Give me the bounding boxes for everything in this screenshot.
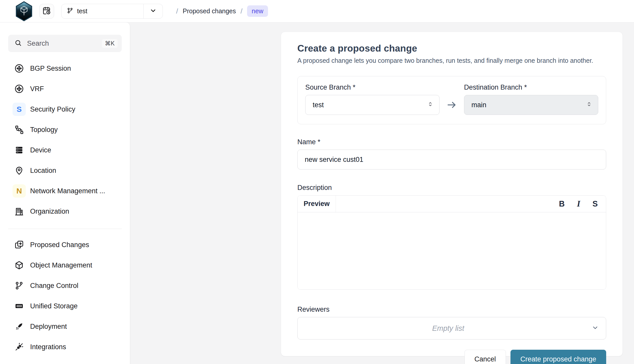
sidebar-item-object-management[interactable]: Object Management [0, 255, 130, 275]
map-pin-icon [12, 164, 26, 177]
calendar-clock-button[interactable] [39, 4, 54, 19]
sidebar-item-integrations[interactable]: Integrations [0, 337, 130, 357]
create-proposed-change-card: Create a proposed change A proposed chan… [281, 32, 623, 356]
sidebar: Search ⌘K BGP SessionVRFSSecurity Policy… [0, 22, 130, 364]
markdown-toolbar: BIS [336, 196, 606, 212]
sidebar-item-location[interactable]: Location [0, 160, 130, 181]
sidebar-item-label: Unified Storage [30, 302, 78, 310]
reviewers-select[interactable]: Empty list [297, 317, 606, 339]
destination-branch-select[interactable]: main [464, 95, 598, 115]
sidebar-group-app: Proposed ChangesObject ManagementChange … [0, 235, 130, 357]
search-input[interactable]: Search ⌘K [8, 35, 122, 52]
breadcrumb-separator: / [236, 7, 247, 15]
cube-icon [12, 258, 26, 272]
letter-badge-icon: N [12, 184, 26, 198]
form-actions: Cancel Create proposed change [297, 350, 606, 364]
chevron-down-icon [150, 7, 157, 15]
description-editor: Preview BIS [297, 195, 606, 290]
cancel-button[interactable]: Cancel [465, 350, 506, 364]
sidebar-item-label: BGP Session [30, 65, 71, 72]
search-icon [14, 39, 22, 48]
sidebar-group-objects: BGP SessionVRFSSecurity PolicyTopologyDe… [0, 58, 130, 222]
sidebar-item-topology[interactable]: Topology [0, 119, 130, 140]
sidebar-item-label: Deployment [30, 323, 67, 331]
sidebar-item-label: Device [30, 146, 51, 154]
breadcrumb: / Proposed changes / new [172, 5, 268, 17]
sidebar-item-change-control[interactable]: Change Control [0, 275, 130, 296]
calendar-clock-icon [42, 6, 51, 16]
sidebar-item-device[interactable]: Device [0, 140, 130, 160]
search-shortcut: ⌘K [102, 39, 118, 48]
strikethrough-icon[interactable]: S [591, 199, 599, 209]
source-branch-select[interactable]: test [305, 95, 440, 115]
page-subtitle: A proposed change lets you compare two b… [297, 57, 606, 64]
chevron-updown-icon [427, 101, 434, 109]
sidebar-item-label: VRF [30, 85, 44, 93]
sidebar-item-label: Topology [30, 126, 58, 134]
arrow-right-icon [440, 83, 464, 115]
sidebar-item-unified-storage[interactable]: Unified Storage [0, 296, 130, 316]
sidebar-item-label: Change Control [30, 282, 78, 290]
description-editor-header: Preview BIS [298, 196, 606, 212]
sidebar-item-label: Object Management [30, 261, 92, 269]
sidebar-item-label: Location [30, 167, 56, 175]
sidebar-item-deployment[interactable]: Deployment [0, 316, 130, 337]
breadcrumb-current-badge: new [247, 5, 268, 17]
sidebar-item-proposed-changes[interactable]: Proposed Changes [0, 235, 130, 255]
route-icon [12, 82, 26, 96]
topology-icon [12, 123, 26, 137]
sidebar-item-network-management[interactable]: NNetwork Management ... [0, 181, 130, 201]
reviewers-label: Reviewers [297, 306, 330, 313]
breadcrumb-separator: / [172, 7, 183, 15]
sidebar-item-label: Integrations [30, 343, 66, 351]
search-placeholder: Search [27, 40, 102, 47]
route-icon [12, 62, 26, 75]
topbar: test / Proposed changes / new [0, 0, 634, 22]
branch-selector-caret[interactable] [144, 7, 163, 15]
page-title: Create a proposed change [297, 43, 606, 54]
rocket-icon [12, 320, 26, 333]
letter-badge-icon: S [12, 102, 26, 116]
branch-selector[interactable]: test [61, 4, 163, 19]
name-input[interactable] [297, 150, 606, 169]
branch-selector-value: test [77, 7, 87, 15]
tab-preview[interactable]: Preview [298, 196, 336, 212]
sidebar-item-label: Proposed Changes [30, 241, 89, 249]
building-icon [12, 204, 26, 218]
create-proposed-change-button[interactable]: Create proposed change [510, 350, 606, 364]
sidebar-item-security-policy[interactable]: SSecurity Policy [0, 99, 130, 119]
branch-compare-box: Source Branch * test Destination Branch … [297, 76, 606, 124]
git-branch-icon [67, 7, 74, 15]
chevron-down-icon [592, 324, 599, 332]
sidebar-item-label: Organization [30, 208, 69, 215]
italic-icon[interactable]: I [576, 199, 581, 209]
description-textarea[interactable] [298, 212, 606, 289]
storage-icon [12, 299, 26, 313]
description-label: Description [297, 184, 332, 191]
server-icon [12, 143, 26, 157]
sidebar-item-vrf[interactable]: VRF [0, 79, 130, 99]
name-label: Name * [297, 138, 320, 146]
source-branch-label: Source Branch * [305, 83, 440, 91]
plug-icon [12, 340, 26, 354]
sidebar-item-organization[interactable]: Organization [0, 201, 130, 222]
sidebar-divider [8, 229, 122, 229]
sidebar-item-bgp-session[interactable]: BGP Session [0, 58, 130, 79]
reviewers-placeholder: Empty list [305, 324, 592, 333]
main-content: Create a proposed change A proposed chan… [130, 22, 634, 364]
bold-icon[interactable]: B [558, 199, 566, 209]
chevron-updown-icon [586, 101, 592, 109]
sidebar-item-label: Network Management ... [30, 187, 105, 195]
file-diff-icon [12, 238, 26, 252]
git-branch-icon [12, 279, 26, 293]
destination-branch-label: Destination Branch * [464, 83, 598, 91]
breadcrumb-proposed-changes[interactable]: Proposed changes [183, 7, 236, 15]
infrahub-logo[interactable] [14, 2, 34, 21]
sidebar-item-label: Security Policy [30, 105, 75, 113]
